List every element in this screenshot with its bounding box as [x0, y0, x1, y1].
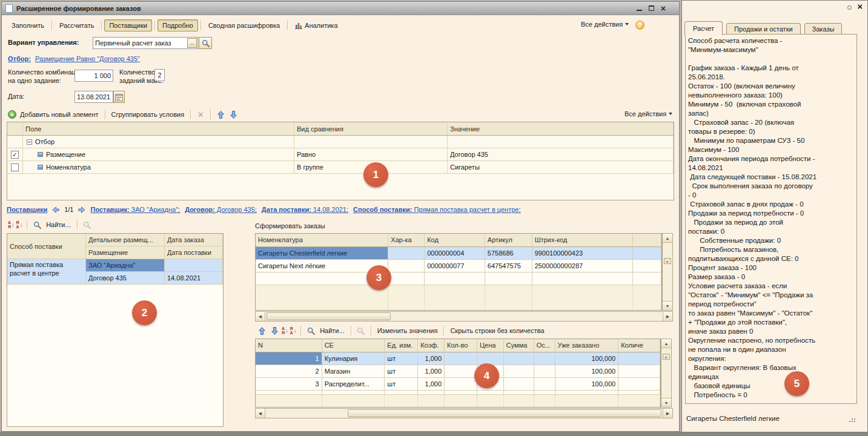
scroll-thumb[interactable] [267, 312, 391, 320]
table-cell[interactable]: Кулинария [322, 352, 385, 365]
table-cell[interactable]: 9900100000423 [532, 247, 633, 260]
col-order-date[interactable]: Дата заказа [165, 234, 223, 246]
date-input[interactable]: 13.08.2021 [75, 91, 113, 103]
table-cell[interactable]: 2500000000287 [532, 260, 633, 272]
toolbar-button-1[interactable]: Заполнить [7, 19, 49, 31]
column-header[interactable]: Коэф. [418, 339, 445, 352]
table-cell[interactable]: 5758686 [485, 247, 532, 260]
col-placement[interactable]: Размещение [86, 246, 165, 259]
move-up-button[interactable] [215, 109, 226, 120]
toolbar-button-6[interactable]: Аналитика [290, 19, 342, 31]
scroll-thumb[interactable] [348, 409, 661, 417]
scroll-up-icon[interactable]: ▲ [661, 339, 671, 348]
hide-empty-rows-button[interactable]: Скрыть строки без количества [448, 326, 546, 335]
sort-asc-button[interactable]: АЯ↓ [282, 326, 288, 335]
supplier-segment-label[interactable]: Дата поставки: [262, 206, 311, 213]
tab-1[interactable]: Расчет [684, 21, 723, 35]
toolbar-button-3[interactable]: Поставщики [104, 19, 152, 31]
collapse-icon[interactable] [27, 139, 32, 145]
table-cell[interactable] [504, 352, 534, 365]
filter-group-row[interactable]: Отбор [23, 136, 294, 148]
checkbox-unchecked-icon[interactable] [11, 164, 19, 171]
suppliers-link[interactable]: Поставщики [7, 206, 47, 213]
sort-desc-button[interactable]: ЯА↓ [290, 326, 297, 335]
column-header[interactable] [633, 234, 661, 247]
filter-link-value[interactable]: Размещение Равно "Договор 435" [35, 55, 140, 62]
table-row[interactable]: Сигареты Next лёгкие00000000776475475752… [256, 260, 661, 272]
prev-page-button[interactable] [51, 204, 60, 215]
column-header[interactable]: Количе [618, 339, 660, 352]
supplier-segment-value[interactable]: 14.08.2021; [311, 206, 348, 213]
table-cell[interactable]: 3 [256, 378, 322, 391]
table-row[interactable]: 3Распределит...шт1,000100,000 [256, 378, 660, 391]
table-cell[interactable]: 0000000004 [425, 247, 485, 260]
close-icon[interactable]: × [661, 5, 666, 12]
table-cell[interactable]: 1,000 [418, 352, 445, 365]
column-header[interactable]: Код [425, 234, 485, 247]
find-label[interactable]: Найти... [318, 326, 346, 335]
change-values-button[interactable]: Изменить значения [376, 326, 440, 335]
table-cell[interactable]: 1 [256, 352, 322, 365]
table-cell[interactable]: 100,000 [555, 378, 619, 391]
table-cell[interactable]: 2 [256, 365, 322, 378]
filter-all-actions-button[interactable]: Все действия [624, 110, 672, 117]
resize-grip-icon[interactable] [849, 418, 856, 423]
filter-row-value[interactable]: Договор 435 [448, 148, 674, 161]
table-cell[interactable] [504, 378, 534, 391]
cell-date-top[interactable] [165, 259, 223, 272]
clear-find-button[interactable] [82, 219, 93, 230]
column-header[interactable]: Штрих-код [532, 234, 633, 247]
filter-col-field[interactable]: Поле [23, 122, 294, 136]
table-cell[interactable] [618, 352, 660, 365]
supplier-segment[interactable]: Договор: Договор 435; [185, 206, 257, 213]
column-header[interactable]: Ос... [534, 339, 555, 352]
table-cell[interactable] [534, 378, 555, 391]
cell-date-bottom[interactable]: 14.08.2021 [165, 272, 223, 285]
table-cell[interactable]: 0000000077 [425, 260, 485, 272]
table-cell[interactable]: Магазин [322, 365, 385, 378]
supplier-segment[interactable]: Способ поставки: Прямая поставка расчет … [353, 206, 520, 213]
pin-icon[interactable] [847, 5, 852, 10]
maximize-icon[interactable] [649, 5, 654, 11]
table-cell[interactable] [477, 352, 504, 365]
table-cell[interactable] [534, 352, 555, 365]
next-page-button[interactable] [78, 204, 86, 215]
table-cell[interactable] [633, 260, 661, 272]
supplier-segment-value[interactable]: Прямая поставка расчет в центре; [412, 206, 520, 213]
filter-row-field[interactable]: Номенклатура [23, 161, 294, 174]
table-row[interactable]: 1Кулинарияшт1,000100,000 [256, 352, 660, 365]
scroll-left-icon[interactable]: ◀ [256, 312, 265, 321]
add-element-button[interactable]: Добавить новый элемент [18, 110, 101, 119]
variant-input[interactable]: Первичный расчет заказ ... [93, 37, 198, 49]
col-delivery-date[interactable]: Дата поставки [165, 246, 223, 259]
table-cell[interactable] [633, 247, 661, 260]
window-titlebar[interactable]: Расширенное формирование заказов × [2, 2, 679, 15]
sort-desc-button[interactable]: ЯА↓ [16, 220, 23, 229]
all-actions-button[interactable]: Все действия [581, 21, 629, 28]
table-cell[interactable]: 1,000 [418, 378, 445, 391]
tab-3[interactable]: Заказы [804, 23, 843, 35]
cell-placement-bottom[interactable]: Договор 435 [86, 272, 165, 285]
col-delivery-method[interactable]: Способ поставки [7, 234, 86, 259]
horizontal-scrollbar[interactable]: ◀▶ [255, 311, 673, 322]
row-up-button[interactable] [256, 325, 267, 336]
column-header[interactable]: N [256, 339, 322, 352]
column-header[interactable]: СЕ [322, 339, 385, 352]
filter-row-value[interactable]: Сигареты [448, 161, 674, 174]
variant-search-button[interactable] [199, 37, 212, 49]
table-cell[interactable] [618, 365, 660, 378]
table-cell[interactable] [534, 365, 555, 378]
sort-asc-button[interactable]: АЯ↓ [8, 220, 15, 229]
table-cell[interactable] [445, 352, 477, 365]
minimize-icon[interactable] [637, 6, 642, 11]
table-cell[interactable]: 1,000 [418, 365, 445, 378]
table-cell[interactable] [445, 378, 477, 391]
table-cell[interactable]: шт [385, 378, 418, 391]
cell-placement-top[interactable]: ЗАО "Ариадна" [86, 259, 165, 272]
table-cell[interactable]: 100,000 [555, 352, 619, 365]
table-cell[interactable] [388, 260, 425, 272]
calendar-button[interactable] [113, 91, 125, 103]
table-cell[interactable] [388, 247, 425, 260]
move-down-button[interactable] [228, 109, 239, 120]
table-cell[interactable] [445, 365, 477, 378]
